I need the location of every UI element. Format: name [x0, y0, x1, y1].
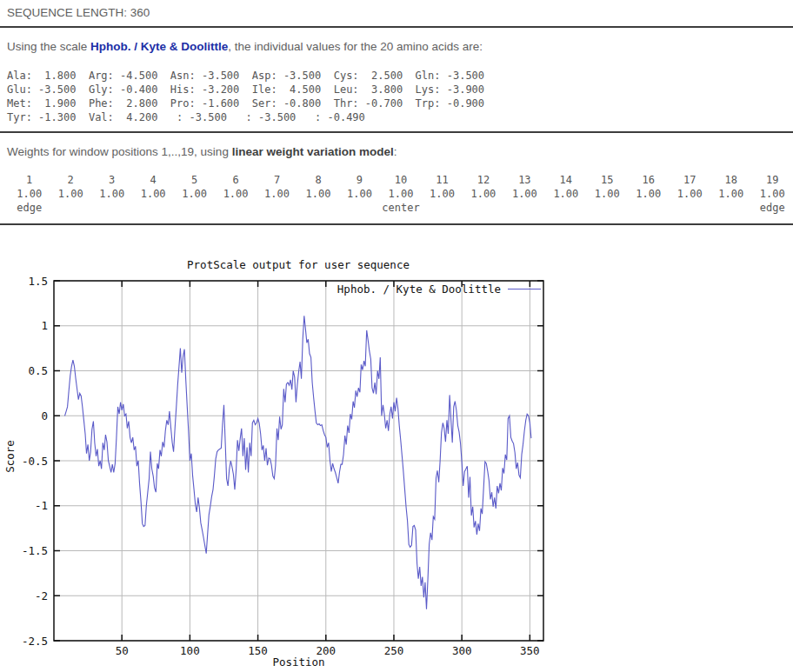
weights-column: 41.00 — [132, 173, 173, 215]
weight-position: 3 — [91, 173, 132, 187]
weights-column: 161.00 — [628, 173, 669, 215]
weight-value: 1.00 — [422, 187, 463, 201]
weights-column: 71.00 — [257, 173, 297, 215]
scale-sentence-prefix: Using the scale — [7, 40, 90, 53]
weight-position: 4 — [132, 173, 173, 187]
protscale-chart: ProtScale output for user sequenceHphob.… — [0, 225, 793, 672]
weights-column: 101.00center — [380, 173, 421, 215]
chart-title: ProtScale output for user sequence — [187, 258, 410, 271]
weight-value: 1.00 — [670, 187, 710, 201]
y-tick-label: 1.5 — [28, 275, 48, 288]
weight-footnote — [215, 201, 256, 215]
weight-position: 18 — [710, 173, 751, 187]
weight-value: 1.00 — [710, 187, 751, 201]
y-tick-label: 1 — [41, 319, 48, 332]
weight-value: 1.00 — [297, 187, 338, 201]
data-line — [65, 316, 531, 609]
weights-table: 11.00edge21.0031.0041.0051.0061.0071.008… — [9, 173, 793, 215]
x-tick-label: 250 — [384, 644, 404, 657]
chart-legend-label: Hphob. / Kyte & Doolittle — [337, 283, 501, 296]
x-tick-label: 100 — [180, 644, 200, 657]
weight-value: 1.00 — [587, 187, 628, 201]
amino-acid-values-table: Ala: 1.800 Arg: -4.500 Asn: -3.500 Asp: … — [7, 69, 793, 124]
x-tick-label: 350 — [520, 644, 540, 657]
weight-model-name: linear weight variation model — [232, 145, 394, 158]
weights-sentence: Weights for window positions 1,..,19, us… — [7, 144, 793, 159]
weights-column: 121.00 — [463, 173, 503, 215]
weight-value: 1.00 — [380, 187, 421, 201]
amino-row: Met: 1.900 Phe: 2.800 Pro: -1.600 Ser: -… — [7, 96, 793, 110]
y-axis-label: Score — [3, 440, 17, 473]
weights-sentence-suffix: : — [394, 145, 397, 158]
weight-footnote — [339, 201, 380, 215]
weight-footnote — [628, 201, 669, 215]
y-tick-label: -2 — [35, 589, 48, 602]
y-tick-label: 0 — [41, 409, 48, 422]
weights-column: 181.00 — [710, 173, 751, 215]
weight-position: 1 — [9, 173, 50, 187]
weight-value: 1.00 — [545, 187, 586, 201]
weights-column: 191.00edge — [751, 173, 792, 215]
weight-value: 1.00 — [91, 187, 132, 201]
x-tick-label: 150 — [248, 644, 268, 657]
y-tick-label: -1 — [35, 499, 48, 512]
amino-row: Tyr: -1.300 Val: 4.200 : -3.500 : -3.500… — [7, 110, 793, 124]
weight-position: 2 — [50, 173, 90, 187]
weight-value: 1.00 — [174, 187, 215, 201]
x-axis-label: Position — [272, 655, 324, 669]
x-tick-labels: 50100150200250300350 — [116, 644, 540, 657]
weight-value: 1.00 — [257, 187, 297, 201]
weight-value: 1.00 — [50, 187, 90, 201]
weight-position: 9 — [339, 173, 380, 187]
weight-position: 17 — [670, 173, 710, 187]
weight-value: 1.00 — [215, 187, 256, 201]
amino-row: Glu: -3.500 Gly: -0.400 His: -3.200 Ile:… — [7, 83, 793, 96]
weight-footnote — [257, 201, 297, 215]
weight-value: 1.00 — [504, 187, 545, 201]
weight-footnote — [50, 201, 90, 215]
weight-position: 8 — [297, 173, 338, 187]
weight-value: 1.00 — [9, 187, 50, 201]
weight-position: 10 — [380, 173, 421, 187]
weights-column: 61.00 — [215, 173, 256, 215]
scale-name-link[interactable]: Hphob. / Kyte & Doolittle — [90, 40, 228, 53]
y-tick-label: -2.5 — [22, 635, 48, 648]
weight-footnote: center — [380, 201, 421, 215]
weight-position: 16 — [628, 173, 669, 187]
weight-footnote — [174, 201, 215, 215]
weight-footnote — [91, 201, 132, 215]
y-tick-label: -1.5 — [22, 544, 48, 557]
x-tick-label: 300 — [452, 644, 472, 657]
weight-footnote — [463, 201, 503, 215]
y-tick-label: -0.5 — [22, 455, 48, 468]
amino-row: Ala: 1.800 Arg: -4.500 Asn: -3.500 Asp: … — [7, 69, 793, 83]
weight-value: 1.00 — [463, 187, 503, 201]
weight-position: 19 — [751, 173, 792, 187]
weights-column: 151.00 — [587, 173, 628, 215]
weights-column: 21.00 — [50, 173, 90, 215]
weight-value: 1.00 — [751, 187, 792, 201]
weight-position: 11 — [422, 173, 463, 187]
x-tick-label: 50 — [116, 644, 129, 657]
weights-column: 11.00edge — [9, 173, 50, 215]
weight-position: 14 — [545, 173, 586, 187]
scale-sentence: Using the scale Hphob. / Kyte & Doolittl… — [7, 39, 793, 54]
weights-column: 141.00 — [545, 173, 586, 215]
weights-column: 131.00 — [504, 173, 545, 215]
weight-footnote — [710, 201, 751, 215]
weight-position: 7 — [257, 173, 297, 187]
weights-column: 91.00 — [339, 173, 380, 215]
weight-position: 12 — [463, 173, 503, 187]
divider-2 — [0, 131, 793, 133]
weight-footnote — [422, 201, 463, 215]
weight-value: 1.00 — [339, 187, 380, 201]
weight-footnote — [587, 201, 628, 215]
weight-position: 5 — [174, 173, 215, 187]
weight-value: 1.00 — [132, 187, 173, 201]
weight-footnote — [670, 201, 710, 215]
weight-footnote — [504, 201, 545, 215]
weights-column: 111.00 — [422, 173, 463, 215]
y-tick-labels: 1.510.50-0.5-1-1.5-2-2.5 — [22, 275, 48, 648]
weight-position: 6 — [215, 173, 256, 187]
weight-footnote — [297, 201, 338, 215]
